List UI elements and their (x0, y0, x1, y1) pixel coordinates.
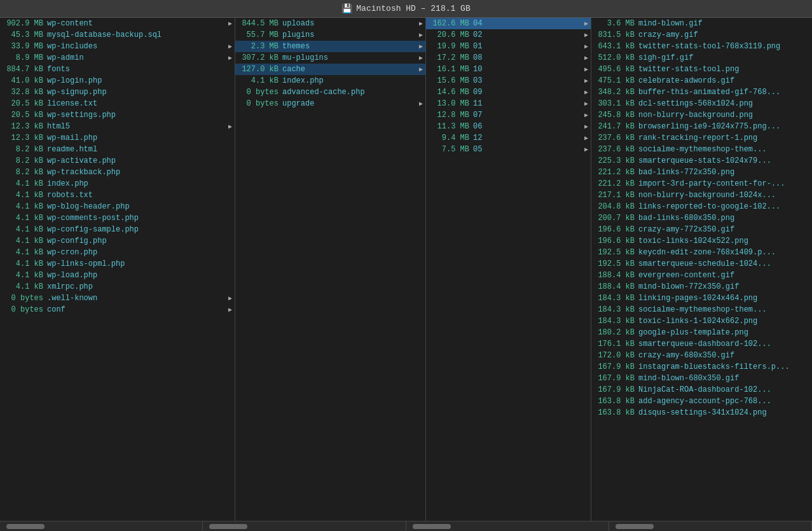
expand-arrow-icon[interactable]: ▶ (419, 20, 423, 27)
scrollbar-track-4[interactable] (609, 521, 812, 531)
scrollbar-track-3[interactable] (406, 521, 609, 531)
file-row[interactable]: 41.0 kBwp-login.php (0, 75, 235, 86)
expand-arrow-icon[interactable]: ▶ (228, 20, 232, 27)
file-row[interactable]: 20.5 kBwp-settings.php (0, 109, 235, 121)
file-row[interactable]: 0 bytesconf▶ (0, 304, 235, 315)
file-row[interactable]: 4.1 kBindex.php (235, 75, 425, 86)
file-row[interactable]: 495.6 kBtwitter-stats-tool.png (591, 64, 812, 75)
expand-arrow-icon[interactable]: ▶ (419, 66, 423, 73)
file-row[interactable]: 4.1 kBwp-config-sample.php (0, 224, 235, 235)
file-row[interactable]: 4.1 kBwp-load.php (0, 270, 235, 281)
file-row[interactable]: 127.0 kBcache▶ (235, 64, 425, 75)
expand-arrow-icon[interactable]: ▶ (228, 294, 232, 302)
file-row[interactable]: 4.1 kBxmlrpc.php (0, 281, 235, 293)
scrollbar-track-2[interactable] (203, 521, 406, 531)
file-row[interactable]: 4.1 kBwp-links-opml.php (0, 258, 235, 270)
expand-arrow-icon[interactable]: ▶ (419, 54, 423, 62)
scrollbar-track-1[interactable] (0, 521, 203, 531)
expand-arrow-icon[interactable]: ▶ (228, 306, 232, 314)
file-row[interactable]: 221.2 kBimport-3rd-party-content-for-... (591, 178, 812, 190)
file-row[interactable]: 184.3 kBlinking-pages-1024x464.png (591, 293, 812, 304)
file-row[interactable]: 237.6 kBsocialme-mythemeshop-them... (591, 144, 812, 155)
file-row[interactable]: 176.1 kBsmarterqueue-dashboard-102... (591, 338, 812, 350)
file-row[interactable]: 20.6 MB02▶ (426, 29, 591, 41)
expand-arrow-icon[interactable]: ▶ (584, 54, 588, 62)
file-row[interactable]: 180.2 kBgoogle-plus-template.png (591, 327, 812, 338)
file-row[interactable]: 8.2 kBreadme.html (0, 144, 235, 155)
file-row[interactable]: 55.7 MBplugins▶ (235, 29, 425, 41)
file-row[interactable]: 643.1 kBtwitter-stats-tool-768x3119.png (591, 41, 812, 52)
expand-arrow-icon[interactable]: ▶ (419, 31, 423, 39)
file-row[interactable]: 2.3 MBthemes▶ (235, 41, 425, 52)
expand-arrow-icon[interactable]: ▶ (584, 43, 588, 50)
file-row[interactable]: 172.0 kBcrazy-amy-680x350.gif (591, 350, 812, 361)
expand-arrow-icon[interactable]: ▶ (228, 123, 232, 130)
file-row[interactable]: 4.1 kBrobots.txt (0, 190, 235, 201)
file-row[interactable]: 167.9 kBNinjaCat-ROA-dashboard-102... (591, 384, 812, 396)
file-row[interactable]: 303.1 kBdcl-settings-568x1024.png (591, 98, 812, 109)
file-row[interactable]: 188.4 kBevergreen-content.gif (591, 270, 812, 281)
file-row[interactable]: 348.2 kBbuffer-this-animated-gif-768... (591, 86, 812, 98)
file-row[interactable]: 8.9 MBwp-admin▶ (0, 52, 235, 64)
file-row[interactable]: 245.8 kBnon-blurry-background.png (591, 109, 812, 121)
file-row[interactable]: 16.1 MB10▶ (426, 64, 591, 75)
file-row[interactable]: 884.7 kBfonts (0, 64, 235, 75)
file-row[interactable]: 9.4 MB12▶ (426, 132, 591, 144)
file-row[interactable]: 8.2 kBwp-activate.php (0, 155, 235, 167)
expand-arrow-icon[interactable]: ▶ (584, 20, 588, 27)
file-row[interactable]: 184.3 kBtoxic-links-1-1024x662.png (591, 315, 812, 327)
file-row[interactable]: 0 bytes.well-known▶ (0, 293, 235, 304)
file-row[interactable]: 3.6 MBmind-blown.gif (591, 18, 812, 29)
file-row[interactable]: 14.6 MB09▶ (426, 86, 591, 98)
file-row[interactable]: 475.1 kBcelebrate-adwords.gif (591, 75, 812, 86)
file-row[interactable]: 12.3 kBhtml5▶ (0, 121, 235, 132)
file-row[interactable]: 163.8 kBadd-agency-account-ppc-768... (591, 396, 812, 407)
file-row[interactable]: 7.5 MB05▶ (426, 144, 591, 155)
file-row[interactable]: 237.6 kBrank-tracking-report-1.png (591, 132, 812, 144)
expand-arrow-icon[interactable]: ▶ (584, 77, 588, 85)
file-row[interactable]: 162.6 MB04▶ (426, 18, 591, 29)
file-row[interactable]: 19.9 MB01▶ (426, 41, 591, 52)
file-row[interactable]: 45.3 MBmysql-database-backup.sql (0, 29, 235, 41)
file-row[interactable]: 167.9 kBmind-blown-680x350.gif (591, 373, 812, 384)
file-row[interactable]: 32.8 kBwp-signup.php (0, 86, 235, 98)
file-row[interactable]: 225.3 kBsmarterqueue-stats-1024x79... (591, 155, 812, 167)
file-row[interactable]: 167.9 kBinstagram-bluestacks-filters.p..… (591, 361, 812, 373)
file-row[interactable]: 200.7 kBbad-links-680x350.png (591, 212, 812, 224)
file-row[interactable]: 4.1 kBwp-blog-header.php (0, 201, 235, 212)
file-row[interactable]: 188.4 kBmind-blown-772x350.gif (591, 281, 812, 293)
file-row[interactable]: 4.1 kBwp-config.php (0, 235, 235, 247)
file-row[interactable]: 4.1 kBindex.php (0, 178, 235, 190)
expand-arrow-icon[interactable]: ▶ (584, 88, 588, 96)
expand-arrow-icon[interactable]: ▶ (584, 123, 588, 130)
expand-arrow-icon[interactable]: ▶ (584, 134, 588, 142)
file-row[interactable]: 512.0 kBsigh-gif.gif (591, 52, 812, 64)
expand-arrow-icon[interactable]: ▶ (419, 100, 423, 107)
file-row[interactable]: 163.8 kBdisqus-settings-341x1024.png (591, 407, 812, 418)
file-row[interactable]: 307.2 kBmu-plugins▶ (235, 52, 425, 64)
file-row[interactable]: 17.2 MB08▶ (426, 52, 591, 64)
file-row[interactable]: 13.0 MB11▶ (426, 98, 591, 109)
file-row[interactable]: 196.6 kBcrazy-amy-772x350.gif (591, 224, 812, 235)
file-row[interactable]: 4.1 kBwp-cron.php (0, 247, 235, 258)
file-row[interactable]: 8.2 kBwp-trackback.php (0, 167, 235, 178)
file-row[interactable]: 844.5 MBuploads▶ (235, 18, 425, 29)
file-row[interactable]: 15.6 MB03▶ (426, 75, 591, 86)
expand-arrow-icon[interactable]: ▶ (584, 31, 588, 39)
file-row[interactable]: 192.5 kBsmarterqueue-schedule-1024... (591, 258, 812, 270)
expand-arrow-icon[interactable]: ▶ (584, 111, 588, 119)
file-row[interactable]: 184.3 kBsocialme-mythemeshop-them... (591, 304, 812, 315)
file-row[interactable]: 20.5 kBlicense.txt (0, 98, 235, 109)
file-row[interactable]: 12.3 kBwp-mail.php (0, 132, 235, 144)
file-row[interactable]: 4.1 kBwp-comments-post.php (0, 212, 235, 224)
file-row[interactable]: 902.9 MBwp-content▶ (0, 18, 235, 29)
expand-arrow-icon[interactable]: ▶ (584, 146, 588, 153)
file-row[interactable]: 221.2 kBbad-links-772x350.png (591, 167, 812, 178)
expand-arrow-icon[interactable]: ▶ (584, 66, 588, 73)
file-row[interactable]: 241.7 kBbrowserling-ie9-1024x775.png... (591, 121, 812, 132)
file-row[interactable]: 12.8 MB07▶ (426, 109, 591, 121)
file-row[interactable]: 192.5 kBkeycdn-edit-zone-768x1409.p... (591, 247, 812, 258)
expand-arrow-icon[interactable]: ▶ (228, 43, 232, 50)
file-row[interactable]: 196.6 kBtoxic-links-1024x522.png (591, 235, 812, 247)
file-row[interactable]: 33.9 MBwp-includes▶ (0, 41, 235, 52)
